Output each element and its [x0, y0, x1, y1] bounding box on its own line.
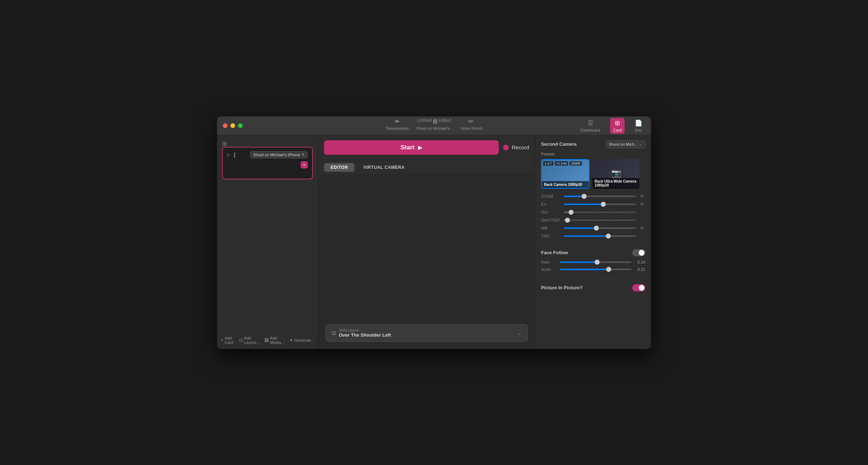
rate-slider-thumb[interactable] [595, 260, 600, 265]
zoom-badge: z 4.7 [543, 161, 553, 166]
tint-slider-track[interactable] [564, 235, 636, 237]
dashboard-label: Dashboard [580, 128, 600, 132]
ev-slider-row: EV ↺ [541, 202, 645, 207]
zoom-slider-fill [564, 196, 584, 197]
ev-slider-track[interactable] [564, 204, 636, 205]
tab-virtual-camera[interactable]: VIRTUAL CAMERA [357, 163, 411, 172]
doc-icon: 📄 [635, 119, 642, 127]
zoom-slider-row: ZOOM ↺ [541, 194, 645, 199]
record-button[interactable]: Record [503, 144, 529, 150]
wb-slider-track[interactable] [564, 227, 636, 229]
center-top-bar: Start ▶ Record [318, 135, 535, 160]
card-add-button[interactable]: + [301, 161, 308, 168]
add-card-icon: + [221, 338, 223, 343]
teleprompter-icon: ✒ [395, 118, 400, 125]
zoom-slider-track[interactable] [564, 196, 636, 197]
tab-editor-label: EDITOR [331, 165, 348, 170]
nav-video-pencil[interactable]: ✏ Video Pencil [457, 116, 486, 135]
start-button[interactable]: Start ▶ [324, 140, 499, 155]
scale-row: Scale 0.21 [541, 267, 645, 272]
slide-layout-selector[interactable]: ⊡ Slide Layout Over The Shoulder Left ⌄ [326, 324, 528, 342]
tab-editor[interactable]: EDITOR [324, 163, 354, 172]
preset-back-camera-name: Back Camera 1080p30 [544, 183, 587, 187]
presets-row: z 4.7 +1.3 ev 2500K Back Camera 1080p30 … [541, 159, 645, 189]
wb-slider-row: WB ↺ [541, 226, 645, 231]
scale-slider-thumb[interactable] [606, 267, 611, 272]
rate-slider-track[interactable] [560, 261, 631, 263]
shutter-slider-label: SHUTTER [541, 218, 561, 222]
shutter-slider-thumb[interactable] [565, 218, 570, 223]
dashboard-button[interactable]: ☰ Dashboard [578, 118, 603, 134]
close-button[interactable] [223, 123, 227, 128]
slide-layout-label: Slide Layout [339, 328, 514, 332]
record-label: Record [512, 144, 529, 150]
face-follow-toggle[interactable] [632, 249, 645, 256]
rate-label: Rate [541, 260, 557, 264]
preset-back-camera[interactable]: z 4.7 +1.3 ev 2500K Back Camera 1080p30 [541, 159, 590, 189]
preset-ultra-wide[interactable]: 📷 Back Ultra Wide Camera 1080p30 [592, 159, 639, 189]
doc-button[interactable]: 📄 Doc [632, 118, 645, 134]
dashboard-icon: ☰ [588, 119, 593, 127]
ev-slider-fill [564, 204, 603, 205]
wb-slider-thumb[interactable] [594, 226, 599, 231]
ev-reset-button[interactable]: ↺ [639, 202, 645, 207]
iso-slider-row: ISO ↺ [541, 210, 645, 215]
add-icon: + [303, 162, 306, 167]
traffic-lights [223, 123, 243, 128]
generate-icon: ✦ [289, 338, 293, 343]
rate-value: 0.14 [634, 260, 645, 264]
pip-toggle[interactable] [632, 284, 645, 291]
doc-label: Doc [635, 128, 642, 132]
right-panel: Second Camera Shoot on Mich... ⌄ Presets… [535, 135, 651, 349]
zoom-reset-button[interactable]: ↺ [639, 194, 645, 199]
toolbar-right: ☰ Dashboard ⊞ Card 📄 Doc [578, 116, 645, 135]
left-footer: + Add Card ⊡ Add Layout... 🖼 Add Media..… [221, 336, 314, 345]
slide-layout-info: Slide Layout Over The Shoulder Left [339, 328, 514, 338]
nav-teleprompter[interactable]: ✒ Teleprompter [382, 116, 413, 135]
wb-reset-button[interactable]: ↺ [639, 226, 645, 231]
card-header: ▷ | Shoot on Michael's iPhone ⇅ [227, 151, 308, 158]
add-card-button[interactable]: + Add Card [221, 336, 234, 345]
add-media-label: Add Media... [270, 336, 284, 345]
tab-virtual-camera-label: VIRTUAL CAMERA [363, 165, 405, 170]
ev-slider-thumb[interactable] [601, 202, 606, 207]
scale-label: Scale [541, 267, 557, 272]
minimize-button[interactable] [230, 123, 235, 128]
tint-slider-row: TINT ↺ [541, 234, 645, 239]
face-follow-toggle-knob [639, 250, 644, 256]
wb-badge: 2500K [570, 161, 582, 166]
sliders-section: ZOOM ↺ EV ↺ ISO [541, 194, 645, 242]
card-button[interactable]: ⊞ Card [610, 118, 625, 134]
second-camera-label: Second Camera [541, 141, 576, 147]
card-label: Card [613, 128, 622, 132]
scale-slider-fill [560, 269, 609, 270]
card-play-icon[interactable]: ▷ [227, 152, 230, 157]
ev-slider-label: EV [541, 202, 561, 206]
zoom-slider-thumb[interactable] [582, 194, 587, 199]
add-layout-button[interactable]: ⊡ Add Layout... [239, 336, 259, 345]
nav-video-pencil-label: Video Pencil [460, 126, 482, 131]
scale-slider-track[interactable] [560, 269, 631, 270]
tint-slider-thumb[interactable] [606, 234, 611, 239]
generate-label: Generate... [294, 338, 314, 342]
nav-shoot-label: Shoot on Michael's... [416, 126, 453, 131]
shutter-slider-track[interactable] [564, 219, 636, 221]
maximize-button[interactable] [238, 123, 243, 128]
camera-placeholder-icon: 📷 [611, 168, 621, 178]
add-media-icon: 🖼 [264, 338, 269, 343]
preset-back-camera-overlay: Back Camera 1080p30 [542, 181, 589, 188]
main-content: ⊞ ▷ | Shoot on Michael's iPhone ⇅ [217, 135, 651, 349]
divider-1 [541, 245, 645, 246]
iso-slider-thumb[interactable] [569, 210, 574, 215]
sidebar-toggle-button[interactable]: ⊞ [222, 140, 227, 147]
slide-layout-name: Over The Shoulder Left [339, 332, 514, 338]
card-source-select[interactable]: Shoot on Michael's iPhone ⇅ [250, 151, 308, 158]
add-media-button[interactable]: 🖼 Add Media... [264, 336, 284, 345]
generate-button[interactable]: ✦ Generate... [289, 338, 314, 343]
card-cursor: | [234, 152, 235, 158]
center-content-area: ⊡ Slide Layout Over The Shoulder Left ⌄ [318, 175, 535, 349]
camera-select[interactable]: Shoot on Mich... ⌄ [606, 140, 646, 148]
wb-slider-label: WB [541, 226, 561, 230]
card-icon: ⊞ [615, 119, 620, 127]
iso-slider-track[interactable] [564, 212, 636, 213]
